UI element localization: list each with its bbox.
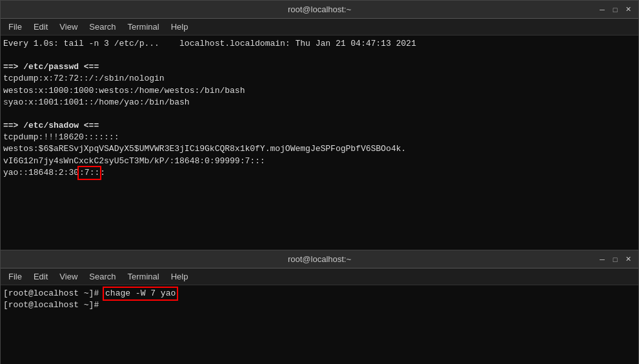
- menu-view-1[interactable]: View: [54, 21, 83, 33]
- menu-help-1[interactable]: Help: [166, 21, 194, 33]
- passwd-header: ==> /etc/passwd <==: [3, 61, 636, 73]
- command-highlight: chage -W 7 yao: [104, 288, 177, 299]
- minimize-button-1[interactable]: ─: [597, 5, 607, 14]
- menu-search-2[interactable]: Search: [84, 270, 121, 283]
- menu-file-1[interactable]: File: [3, 21, 27, 33]
- menu-terminal-2[interactable]: Terminal: [123, 270, 165, 283]
- shadow-line-1: tcpdump:!!!18620:::::::: [3, 132, 636, 143]
- menu-edit-2[interactable]: Edit: [28, 270, 53, 283]
- title-1: root@localhost:~: [288, 5, 351, 14]
- close-button-2[interactable]: ✕: [623, 255, 633, 264]
- command-line-2: [root@localhost ~]#: [3, 299, 636, 311]
- menu-terminal-1[interactable]: Terminal: [123, 21, 165, 33]
- title-2: root@localhost:~: [288, 254, 351, 264]
- minimize-button-2[interactable]: ─: [597, 255, 607, 264]
- empty-line-1: [3, 50, 636, 61]
- menu-file-2[interactable]: File: [3, 270, 27, 283]
- terminal-body-2: [root@localhost ~]# chage -W 7 yao [root…: [1, 285, 638, 364]
- terminal-window-1: root@localhost:~ ─ □ ✕ File Edit View Se…: [0, 0, 639, 252]
- menubar-2: File Edit View Search Terminal Help: [1, 268, 638, 285]
- titlebar-2: root@localhost:~ ─ □ ✕: [1, 250, 638, 268]
- shadow-line-3: vI6G12n7jy4sWnCxckC2syU5cT3Mb/kP/:18648:…: [3, 156, 636, 167]
- shadow-header: ==> /etc/shadow <==: [3, 120, 636, 132]
- empty-line-2: [3, 108, 636, 120]
- passwd-line-3: syao:x:1001:1001::/home/yao:/bin/bash: [3, 97, 636, 108]
- close-button-1[interactable]: ✕: [623, 5, 633, 14]
- menu-view-2[interactable]: View: [54, 270, 83, 283]
- passwd-line-2: westos:x:1000:1000:westos:/home/westos:/…: [3, 85, 636, 97]
- window-controls-1: ─ □ ✕: [597, 5, 633, 14]
- window-controls-2: ─ □ ✕: [597, 255, 633, 264]
- menu-edit-1[interactable]: Edit: [28, 21, 53, 33]
- maximize-button-2[interactable]: □: [610, 255, 620, 264]
- menu-help-2[interactable]: Help: [166, 270, 194, 283]
- menu-search-1[interactable]: Search: [84, 21, 121, 33]
- menubar-1: File Edit View Search Terminal Help: [1, 19, 638, 35]
- maximize-button-1[interactable]: □: [610, 5, 620, 14]
- terminal-body-1: Every 1.0s: tail -n 3 /etc/p... localhos…: [1, 35, 638, 252]
- terminal-window-2: root@localhost:~ ─ □ ✕ File Edit View Se…: [0, 250, 639, 364]
- passwd-line-1: tcpdump:x:72:72::/:/sbin/nologin: [3, 73, 636, 85]
- titlebar-1: root@localhost:~ ─ □ ✕: [1, 1, 638, 19]
- command-line-1: [root@localhost ~]# chage -W 7 yao: [3, 288, 636, 299]
- shadow-line-yao: yao::18648:2:30:7:::: [3, 167, 636, 179]
- shadow-line-2: westos:$6$aRESvjXpqVSADyX5$UMVWR3E3jICi9…: [3, 143, 636, 155]
- watch-header-line: Every 1.0s: tail -n 3 /etc/p... localhos…: [3, 38, 636, 50]
